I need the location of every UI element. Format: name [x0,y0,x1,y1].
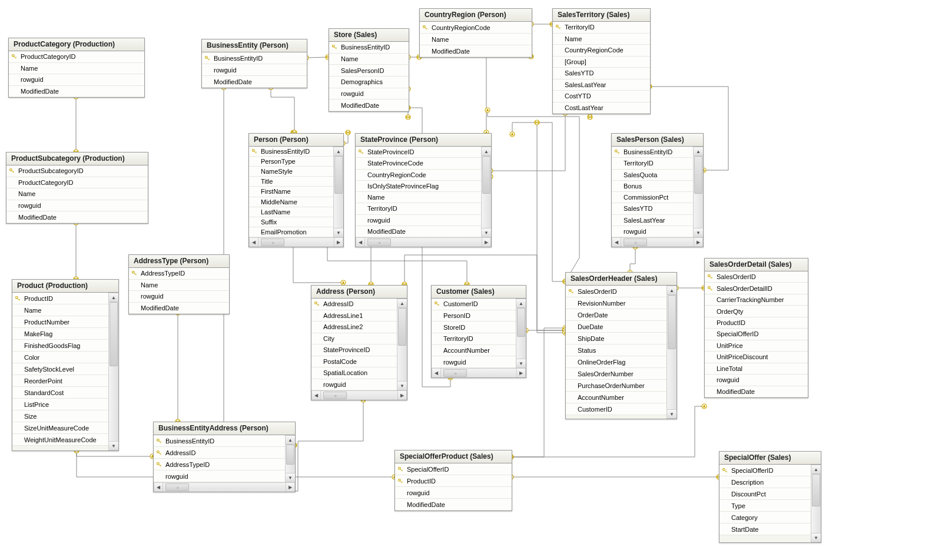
scroll-thumb[interactable]: ≡ [165,483,189,491]
entity-product[interactable]: Product (Production)ProductIDNameProduct… [12,279,119,451]
column-row[interactable]: SalesOrderNumber [566,368,667,380]
column-row[interactable]: OnlineOrderFlag [566,356,667,368]
column-row[interactable]: ProductID [12,293,108,304]
scroll-up-arrow-icon[interactable]: ▲ [397,299,407,308]
horizontal-scrollbar[interactable]: ◀≡▶ [311,390,407,400]
column-row[interactable]: ProductID [705,317,808,329]
entity-stateProvince[interactable]: StateProvince (Person)StateProvinceIDSta… [355,133,492,247]
scroll-up-arrow-icon[interactable]: ▲ [286,435,295,445]
column-row[interactable]: ModifiedDate [202,76,307,88]
scroll-track[interactable]: ≡ [258,238,334,247]
column-row[interactable]: SalesLastYear [612,215,693,226]
column-row[interactable]: DueDate [566,321,667,333]
scroll-thumb[interactable] [482,156,490,194]
entity-productSubcategory[interactable]: ProductSubcategory (Production)ProductSu… [6,152,148,224]
entity-salesOrderHeader[interactable]: SalesOrderHeader (Sales)SalesOrderIDRevi… [565,272,677,419]
scroll-track[interactable]: ≡ [365,238,482,247]
vertical-scrollbar[interactable]: ▲▼ [811,465,821,542]
scroll-down-arrow-icon[interactable]: ▼ [397,381,407,390]
column-row[interactable]: Name [420,34,532,45]
column-row[interactable]: AddressLine2 [311,322,397,333]
column-row[interactable]: SpatialLocation [311,367,397,379]
column-row[interactable]: PersonType [249,157,333,167]
column-row[interactable]: FirstName [249,187,333,197]
entity-title[interactable]: BusinessEntity (Person) [202,39,307,52]
scroll-down-arrow-icon[interactable]: ▼ [694,228,703,237]
column-row[interactable]: CustomerID [566,403,667,415]
column-row[interactable]: StoreID [432,322,516,333]
column-row[interactable]: IsOnlyStateProvinceFlag [356,181,481,192]
scroll-track[interactable]: ≡ [163,483,286,492]
column-row[interactable]: WeightUnitMeasureCode [12,434,108,446]
scroll-up-arrow-icon[interactable]: ▲ [334,147,343,156]
entity-businessEntity[interactable]: BusinessEntity (Person)BusinessEntityIDr… [201,39,307,88]
column-row[interactable]: OrderDate [566,309,667,321]
column-row[interactable]: SafetyStockLevel [12,363,108,375]
entity-title[interactable]: SalesPerson (Sales) [612,134,703,147]
entity-title[interactable]: ProductSubcategory (Production) [6,153,148,165]
scroll-thumb[interactable]: ≡ [367,238,391,246]
entity-salesOrderDetail[interactable]: SalesOrderDetail (Sales)SalesOrderIDSale… [704,258,808,398]
column-row[interactable]: SalesOrderDetailID [705,283,808,294]
column-row[interactable]: SalesPersonID [329,65,409,77]
column-row[interactable]: ShipDate [566,333,667,344]
column-row[interactable]: CostYTD [553,91,650,102]
column-row[interactable]: ModifiedDate [9,86,144,98]
column-row[interactable]: BusinessEntityID [329,42,409,54]
column-row[interactable]: ModifiedDate [329,100,409,111]
scroll-right-arrow-icon[interactable]: ▶ [334,238,343,247]
column-row[interactable]: ModifiedDate [420,45,532,57]
column-row[interactable]: PersonID [432,310,516,322]
column-row[interactable]: rowguid [154,470,285,482]
column-row[interactable]: CarrierTrackingNumber [705,294,808,306]
entity-customer[interactable]: Customer (Sales)CustomerIDPersonIDStoreI… [431,285,526,378]
column-row[interactable]: Name [356,192,481,203]
scroll-left-arrow-icon[interactable]: ◀ [356,238,365,247]
column-row[interactable]: Name [9,63,144,75]
column-row[interactable]: ModifiedDate [705,386,808,397]
column-row[interactable]: Status [566,344,667,356]
column-row[interactable]: ProductNumber [12,316,108,328]
column-row[interactable]: ModifiedDate [6,211,148,223]
column-row[interactable]: rowguid [311,379,397,391]
entity-store[interactable]: Store (Sales)BusinessEntityIDNameSalesPe… [329,28,409,112]
column-row[interactable]: AccountNumber [432,345,516,357]
scroll-up-arrow-icon[interactable]: ▲ [482,147,491,156]
column-row[interactable]: AddressID [154,447,285,459]
column-row[interactable]: ModifiedDate [129,303,229,314]
scroll-up-arrow-icon[interactable]: ▲ [667,286,677,295]
entity-title[interactable]: Store (Sales) [329,29,409,42]
column-row[interactable]: [Group] [553,57,650,68]
vertical-scrollbar[interactable]: ▲▼ [516,299,526,368]
entity-addressType[interactable]: AddressType (Person)AddressTypeIDNamerow… [128,254,230,314]
scroll-thumb[interactable] [668,295,676,349]
column-row[interactable]: PostalCode [311,356,397,368]
column-row[interactable]: OrderQty [705,306,808,317]
column-row[interactable]: Name [12,304,108,316]
scroll-thumb[interactable]: ≡ [323,392,347,399]
entity-title[interactable]: SpecialOfferProduct (Sales) [395,450,512,463]
column-row[interactable]: LineTotal [705,363,808,375]
column-row[interactable]: ProductSubcategoryID [6,165,148,177]
horizontal-scrollbar[interactable]: ◀≡▶ [154,482,295,492]
entity-salesPerson[interactable]: SalesPerson (Sales)BusinessEntityIDTerri… [611,133,704,247]
scroll-thumb[interactable]: ≡ [261,238,284,246]
column-row[interactable]: StandardCost [12,387,108,399]
column-row[interactable]: TerritoryID [553,22,650,34]
vertical-scrollbar[interactable]: ▲▼ [693,147,703,237]
entity-title[interactable]: BusinessEntityAddress (Person) [154,422,295,435]
column-row[interactable]: SpecialOfferID [719,465,811,476]
scroll-thumb[interactable] [334,156,343,194]
column-row[interactable]: TerritoryID [356,203,481,214]
column-row[interactable]: SpecialOfferID [705,329,808,340]
column-row[interactable]: rowguid [705,375,808,386]
scroll-right-arrow-icon[interactable]: ▶ [482,238,491,247]
column-row[interactable]: SpecialOfferID [395,463,512,475]
scroll-right-arrow-icon[interactable]: ▶ [286,483,295,492]
column-row[interactable]: Description [719,476,811,488]
column-row[interactable]: DiscountPct [719,488,811,500]
column-row[interactable]: BusinessEntityID [202,52,307,64]
scroll-up-arrow-icon[interactable]: ▲ [109,293,118,302]
entity-title[interactable]: Product (Production) [12,280,118,293]
column-row[interactable]: CountryRegionCode [553,45,650,57]
